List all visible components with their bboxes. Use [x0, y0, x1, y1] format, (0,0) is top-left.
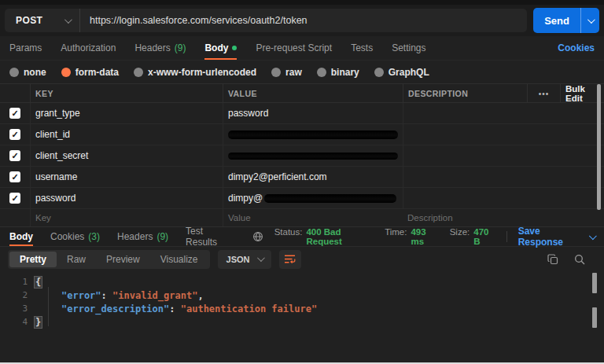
line-number: 3: [0, 303, 35, 314]
radio-icon: [9, 68, 19, 77]
response-tab-cookies[interactable]: Cookies(3): [50, 227, 100, 246]
view-visualize-button[interactable]: Visualize: [150, 252, 208, 267]
radio-icon: [317, 68, 326, 77]
description-cell[interactable]: [403, 188, 604, 208]
chevron-down-icon: [256, 254, 264, 262]
chevron-down-icon: [64, 16, 72, 24]
search-button[interactable]: [574, 254, 585, 265]
key-cell[interactable]: username: [35, 171, 77, 182]
view-pretty-button[interactable]: Pretty: [9, 252, 57, 267]
radio-form-data[interactable]: form-data: [61, 67, 119, 78]
response-body-viewer[interactable]: 1 { 2 "error": "invalid_grant", 3 "error…: [0, 271, 604, 362]
body-type-selector: none form-data x-www-form-urlencoded raw…: [0, 61, 604, 83]
chevron-down-icon: [589, 232, 597, 240]
indent-guide: [48, 287, 49, 326]
more-options-icon[interactable]: •••: [527, 84, 560, 103]
radio-graphql[interactable]: GraphQL: [374, 67, 429, 78]
empty-row: Key Value Description: [0, 209, 604, 227]
response-tabs: Body Cookies(3) Headers(9) Test Results …: [0, 227, 604, 247]
tab-body[interactable]: Body: [204, 36, 237, 60]
code-scrollbar[interactable]: [592, 307, 597, 328]
table-row: ✓ client_secret: [0, 145, 604, 167]
response-tab-body[interactable]: Body: [9, 227, 33, 246]
method-select[interactable]: POST: [5, 9, 80, 32]
row-checkbox-placeholder: [0, 209, 30, 226]
header-select-cell: [0, 84, 30, 103]
send-button[interactable]: Send: [533, 8, 580, 33]
code-scrollbar[interactable]: [592, 273, 597, 293]
value-cell[interactable]: password: [228, 108, 268, 119]
copy-icon: [547, 254, 558, 265]
tab-authorization[interactable]: Authorization: [61, 36, 116, 60]
tab-settings[interactable]: Settings: [392, 36, 425, 60]
radio-raw[interactable]: raw: [271, 67, 302, 78]
radio-icon: [374, 68, 384, 77]
key-cell[interactable]: password: [35, 193, 76, 204]
view-raw-button[interactable]: Raw: [57, 252, 96, 267]
radio-none[interactable]: none: [9, 67, 46, 78]
send-button-group: Send: [533, 8, 599, 33]
url-bar: POST https://login.salesforce.com/servic…: [5, 9, 527, 32]
tab-tests[interactable]: Tests: [351, 36, 373, 60]
request-tabs: Params Authorization Headers(9) Body Pre…: [0, 36, 604, 61]
radio-binary[interactable]: binary: [317, 67, 359, 78]
table-row: ✓ password dimpy@: [0, 188, 604, 209]
divider: [506, 231, 507, 242]
time-badge: Time: 493 ms: [385, 227, 439, 246]
code-line: 3 "error_description": "authentication f…: [0, 302, 604, 315]
description-cell[interactable]: [403, 124, 604, 145]
description-cell[interactable]: [403, 167, 604, 187]
format-select[interactable]: JSON: [218, 250, 271, 269]
value-cell[interactable]: dimpy@: [223, 188, 403, 208]
table-row: ✓ username dimpy2@perficient.com: [0, 167, 604, 188]
value-cell[interactable]: dimpy2@perficient.com: [228, 171, 327, 182]
description-cell[interactable]: [403, 145, 604, 166]
code-line: 1 {: [0, 275, 604, 289]
tab-headers[interactable]: Headers(9): [134, 36, 186, 60]
body-modified-dot-icon: [232, 46, 237, 50]
key-cell[interactable]: grant_type: [35, 108, 80, 119]
save-response-button[interactable]: Save Response: [518, 226, 595, 248]
tab-params[interactable]: Params: [9, 36, 42, 60]
copy-button[interactable]: [547, 254, 558, 265]
view-preview-button[interactable]: Preview: [96, 252, 150, 267]
method-label: POST: [16, 15, 42, 26]
row-checkbox[interactable]: ✓: [9, 129, 20, 140]
value-cell[interactable]: [223, 124, 403, 145]
line-number: 2: [0, 290, 35, 300]
line-number: 1: [0, 277, 35, 287]
table-header-row: KEY VALUE DESCRIPTION ••• Bulk Edit: [0, 83, 604, 103]
radio-x-www-form-urlencoded[interactable]: x-www-form-urlencoded: [134, 67, 256, 78]
response-tab-headers[interactable]: Headers(9): [117, 227, 168, 246]
key-cell[interactable]: client_secret: [35, 150, 88, 161]
cookies-link[interactable]: Cookies: [558, 42, 595, 53]
wrap-line-button[interactable]: [279, 250, 301, 269]
table-scrollbar[interactable]: [597, 84, 601, 210]
radio-icon: [271, 68, 281, 77]
value-cell[interactable]: Value: [223, 209, 403, 226]
code-line: 4 }: [0, 315, 604, 329]
radio-icon: [134, 68, 143, 77]
row-checkbox[interactable]: ✓: [9, 193, 20, 204]
line-number: 4: [0, 317, 35, 327]
code-line: 2 "error": "invalid_grant",: [0, 289, 604, 302]
tab-pre-request-script[interactable]: Pre-request Script: [256, 36, 332, 60]
value-cell[interactable]: [223, 145, 403, 166]
row-checkbox[interactable]: ✓: [9, 108, 20, 119]
column-header-key: KEY: [35, 89, 53, 98]
response-toolbar: Pretty Raw Preview Visualize JSON: [0, 247, 604, 271]
status-badge: Status: 400 Bad Request: [274, 227, 374, 246]
description-cell[interactable]: Description: [403, 209, 604, 226]
description-cell[interactable]: [403, 103, 604, 123]
postman-request-window: POST https://login.salesforce.com/servic…: [0, 0, 604, 364]
response-tab-test-results[interactable]: Test Results: [186, 227, 235, 246]
row-checkbox[interactable]: ✓: [9, 150, 20, 161]
redacted-value: [228, 153, 398, 160]
row-checkbox[interactable]: ✓: [9, 171, 20, 182]
url-input[interactable]: https://login.salesforce.com/services/oa…: [80, 15, 317, 26]
key-cell[interactable]: Key: [30, 209, 223, 226]
key-cell[interactable]: client_id: [35, 129, 70, 140]
send-options-button[interactable]: [580, 8, 599, 33]
table-row: ✓ client_id: [0, 124, 604, 145]
bulk-edit-button[interactable]: Bulk Edit: [565, 84, 599, 103]
